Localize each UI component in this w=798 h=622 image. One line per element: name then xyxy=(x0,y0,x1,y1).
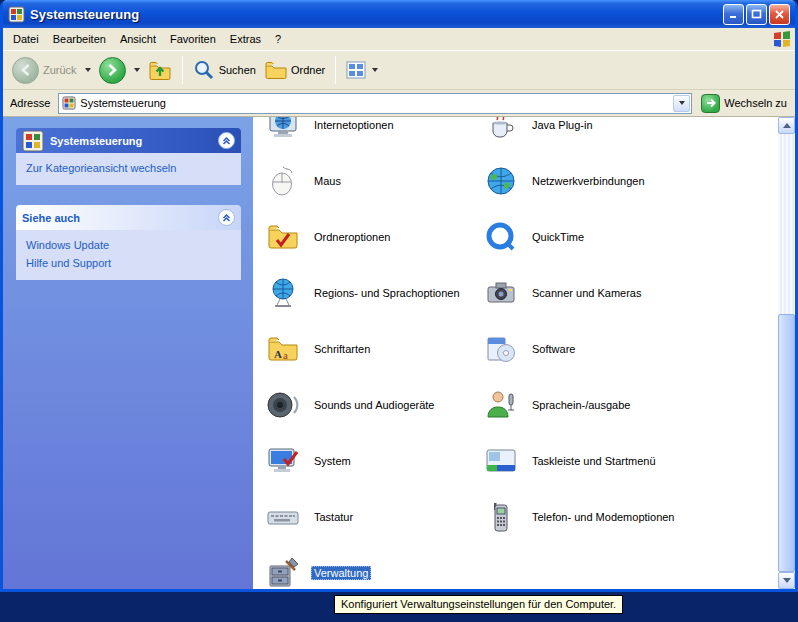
cpl-item-label: Internetoptionen xyxy=(311,118,397,132)
see-also-panel-header[interactable]: Siehe auch xyxy=(16,205,241,230)
titlebar[interactable]: Systemsteuerung xyxy=(3,0,795,28)
java-plugin-icon xyxy=(485,117,517,141)
cpl-item-schriftarten[interactable]: A a Schriftarten xyxy=(267,321,485,377)
cpl-item-label: Schriftarten xyxy=(311,342,373,356)
forward-button[interactable] xyxy=(96,55,129,86)
scroll-down-button[interactable] xyxy=(778,572,795,589)
address-value: Systemsteuerung xyxy=(80,97,166,109)
cpl-item-sounds-audio[interactable]: Sounds und Audiogeräte xyxy=(267,377,485,433)
window-title: Systemsteuerung xyxy=(30,7,139,22)
menu-hilfe[interactable]: ? xyxy=(268,30,288,48)
explorer-window: Systemsteuerung Datei Bearbeiten Ansicht… xyxy=(0,0,798,592)
search-label: Suchen xyxy=(219,64,256,76)
menu-extras[interactable]: Extras xyxy=(223,30,268,48)
panel-title: Systemsteuerung xyxy=(50,135,142,147)
admin-tools-icon xyxy=(267,557,299,589)
cpl-item-label: Tastatur xyxy=(311,510,356,524)
cpl-item-label: Sounds und Audiogeräte xyxy=(311,398,438,412)
cpl-item-ordneroptionen[interactable]: Ordneroptionen xyxy=(267,209,485,265)
back-button[interactable]: Zurück xyxy=(9,55,80,86)
cpl-item-tastatur[interactable]: Tastatur xyxy=(267,489,485,545)
cpl-item-verwaltung[interactable]: Verwaltung xyxy=(267,545,485,589)
cpl-item-quicktime[interactable]: QuickTime xyxy=(485,209,703,265)
cpl-item-label: QuickTime xyxy=(529,230,587,244)
cpl-item-label: Sprachein-/ausgabe xyxy=(529,398,633,412)
cpl-item-label: Ordneroptionen xyxy=(311,230,393,244)
views-button[interactable] xyxy=(343,58,383,82)
switch-to-category-view-link[interactable]: Zur Kategorieansicht wechseln xyxy=(26,162,233,174)
windows-update-link[interactable]: Windows Update xyxy=(26,239,233,251)
views-dropdown[interactable] xyxy=(372,68,378,72)
software-icon xyxy=(485,333,517,365)
collapse-button[interactable] xyxy=(218,209,235,226)
quicktime-icon xyxy=(485,221,517,253)
tooltip: Konfiguriert Verwaltungseinstellungen fü… xyxy=(334,595,623,614)
menu-bearbeiten[interactable]: Bearbeiten xyxy=(46,30,113,48)
go-button[interactable]: Wechseln zu xyxy=(697,94,791,113)
scrollbar-track[interactable] xyxy=(778,134,795,572)
icon-list: Internetoptionen Java Plug-in xyxy=(253,117,778,589)
cpl-item-telefon-modem[interactable]: Telefon- und Modemoptionen xyxy=(485,489,703,545)
scanners-cameras-icon xyxy=(485,277,517,309)
cpl-item-java-plugin[interactable]: Java Plug-in xyxy=(485,117,703,153)
cpl-item-label: Java Plug-in xyxy=(529,118,596,132)
panel-body: Windows Update Hilfe und Support xyxy=(16,230,241,280)
taskbar-startmenu-icon xyxy=(485,445,517,477)
toolbar-separator xyxy=(335,56,336,84)
control-panel-panel: Systemsteuerung Zur Kategorieansicht wec… xyxy=(16,128,241,185)
vertical-scrollbar[interactable] xyxy=(778,117,795,589)
control-panel-icon xyxy=(8,6,25,23)
close-button[interactable] xyxy=(769,4,790,25)
scroll-up-button[interactable] xyxy=(778,117,795,134)
cpl-item-software[interactable]: Software xyxy=(485,321,703,377)
minimize-button[interactable] xyxy=(723,4,744,25)
speech-icon xyxy=(485,389,517,421)
control-panel-icon xyxy=(62,96,76,110)
phone-modem-icon xyxy=(485,501,517,533)
cpl-item-maus[interactable]: Maus xyxy=(267,153,485,209)
folder-options-icon xyxy=(267,221,299,253)
menubar: Datei Bearbeiten Ansicht Favoriten Extra… xyxy=(3,28,795,50)
addressbar: Adresse Systemsteuerung Wechseln zu xyxy=(3,90,795,117)
cpl-item-label: Telefon- und Modemoptionen xyxy=(529,510,677,524)
panel-title: Siehe auch xyxy=(22,212,80,224)
search-button[interactable]: Suchen xyxy=(190,57,259,83)
cpl-item-taskleiste-startmenu[interactable]: Taskleiste und Startmenü xyxy=(485,433,703,489)
address-input[interactable]: Systemsteuerung xyxy=(58,93,692,114)
folder-icon xyxy=(265,59,287,81)
maximize-icon xyxy=(751,9,762,20)
windows-logo-icon xyxy=(772,30,792,48)
cpl-item-system[interactable]: System xyxy=(267,433,485,489)
desktop: Systemsteuerung Datei Bearbeiten Ansicht… xyxy=(0,0,798,622)
menu-favoriten[interactable]: Favoriten xyxy=(163,30,223,48)
task-pane: Systemsteuerung Zur Kategorieansicht wec… xyxy=(3,117,253,589)
address-label: Adresse xyxy=(7,97,53,109)
cpl-item-scanner-kameras[interactable]: Scanner und Kameras xyxy=(485,265,703,321)
help-support-link[interactable]: Hilfe und Support xyxy=(26,257,233,269)
menu-ansicht[interactable]: Ansicht xyxy=(113,30,163,48)
back-history-dropdown[interactable] xyxy=(85,68,91,72)
menu-datei[interactable]: Datei xyxy=(6,30,46,48)
arrow-down-icon xyxy=(783,578,791,583)
toolbar-separator xyxy=(182,56,183,84)
back-icon xyxy=(12,57,39,84)
cpl-item-internetoptionen[interactable]: Internetoptionen xyxy=(267,117,485,153)
maximize-button[interactable] xyxy=(746,4,767,25)
folders-button[interactable]: Ordner xyxy=(262,57,328,83)
scrollbar-thumb[interactable] xyxy=(778,314,795,572)
cpl-item-netzwerkverbindungen[interactable]: Netzwerkverbindungen xyxy=(485,153,703,209)
up-button[interactable] xyxy=(145,56,175,84)
keyboard-icon xyxy=(267,501,299,533)
cpl-item-sprachein-ausgabe[interactable]: Sprachein-/ausgabe xyxy=(485,377,703,433)
fonts-icon: A a xyxy=(267,333,299,365)
cpl-item-regionsoptionen[interactable]: Regions- und Sprachoptionen xyxy=(267,265,485,321)
icon-grid: Internetoptionen Java Plug-in xyxy=(267,117,778,589)
forward-history-dropdown[interactable] xyxy=(134,68,140,72)
cpl-item-label: Verwaltung xyxy=(311,566,371,580)
address-dropdown-button[interactable] xyxy=(673,95,690,112)
folder-up-icon xyxy=(148,58,172,82)
system-icon xyxy=(267,445,299,477)
collapse-button[interactable] xyxy=(218,132,235,149)
control-panel-panel-header[interactable]: Systemsteuerung xyxy=(16,128,241,153)
chevron-up-icon xyxy=(221,135,232,146)
